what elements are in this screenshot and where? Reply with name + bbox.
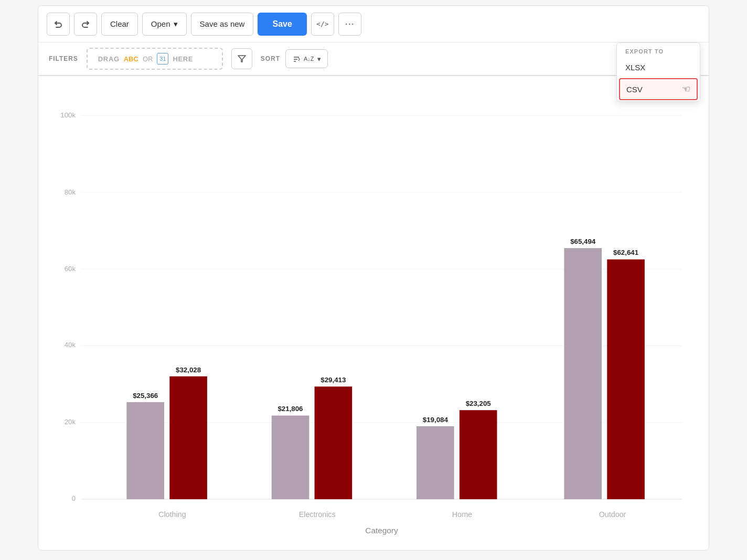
code-button[interactable]: </> — [311, 13, 334, 36]
undo-button[interactable] — [47, 13, 70, 36]
svg-text:Category: Category — [365, 526, 398, 535]
svg-text:Outdoor: Outdoor — [599, 510, 626, 519]
svg-text:$62,641: $62,641 — [613, 249, 639, 256]
chart-svg-container: 0 20k 40k 60k 80k 100k $25,366 $32 — [49, 87, 693, 540]
open-button[interactable]: Open ▾ — [142, 13, 187, 36]
bar-home-series1 — [417, 426, 454, 499]
export-dropdown-header: EXPORT TO — [617, 43, 700, 58]
drag-text-pre: DRAG — [98, 55, 120, 63]
cursor-hand-icon: ☜ — [682, 83, 690, 95]
more-options-button[interactable]: ··· — [338, 13, 361, 36]
bar-outdoor-series1 — [564, 248, 602, 499]
bar-home-series2 — [460, 410, 497, 499]
export-csv-item[interactable]: CSV ☜ — [619, 78, 698, 100]
toolbar: Clear Open ▾ Save as new Save </> ··· — [38, 6, 709, 42]
svg-text:$23,205: $23,205 — [466, 400, 492, 407]
svg-text:$65,494: $65,494 — [570, 238, 596, 245]
svg-text:$29,413: $29,413 — [321, 376, 346, 384]
clear-button[interactable]: Clear — [101, 13, 138, 36]
export-xlsx-item[interactable]: XLSX — [617, 58, 700, 77]
sort-area: SORT A↓Z ▾ — [261, 49, 328, 68]
here-text: HERE — [173, 55, 193, 63]
svg-text:$21,806: $21,806 — [278, 405, 303, 413]
svg-text:40k: 40k — [65, 341, 76, 349]
filters-bar: FILTERS DRAG ABC OR 31 HERE SORT A↓Z — [38, 42, 709, 76]
svg-text:20k: 20k — [65, 418, 76, 426]
sort-order-icon: A↓Z — [304, 56, 314, 62]
bar-outdoor-series2 — [607, 260, 645, 499]
sort-chevron-icon: ▾ — [317, 55, 321, 63]
bar-electronics-series2 — [315, 386, 353, 499]
or-text: OR — [143, 55, 153, 63]
bar-clothing-series1 — [126, 402, 164, 499]
svg-text:100k: 100k — [60, 112, 76, 120]
svg-text:0: 0 — [72, 494, 76, 502]
export-dropdown: EXPORT TO XLSX CSV ☜ — [616, 42, 700, 102]
svg-text:$19,084: $19,084 — [423, 416, 449, 424]
svg-text:Clothing: Clothing — [158, 510, 186, 519]
filters-label: FILTERS — [49, 55, 78, 62]
chevron-down-icon: ▾ — [174, 19, 178, 29]
sort-label: SORT — [261, 55, 280, 62]
save-button[interactable]: Save — [258, 13, 306, 36]
drag-drop-area[interactable]: DRAG ABC OR 31 HERE — [87, 48, 223, 70]
svg-text:80k: 80k — [65, 188, 76, 196]
svg-text:60k: 60k — [65, 265, 76, 273]
svg-text:$32,028: $32,028 — [176, 366, 201, 374]
svg-marker-0 — [238, 56, 246, 62]
main-container: Clear Open ▾ Save as new Save </> ··· FI… — [38, 5, 709, 551]
bar-electronics-series1 — [272, 415, 310, 499]
bar-chart: 0 20k 40k 60k 80k 100k $25,366 $32 — [49, 87, 693, 540]
calendar-icon: 31 — [157, 53, 168, 64]
sort-button[interactable]: A↓Z ▾ — [285, 49, 328, 68]
save-as-new-button[interactable]: Save as new — [191, 13, 254, 36]
more-icon: ··· — [345, 18, 355, 29]
svg-text:$25,366: $25,366 — [133, 392, 158, 400]
svg-text:Electronics: Electronics — [299, 510, 336, 519]
svg-text:Home: Home — [452, 510, 472, 519]
redo-button[interactable] — [74, 13, 97, 36]
filter-icon-button[interactable] — [231, 48, 252, 69]
code-icon: </> — [316, 20, 328, 28]
chart-area: 0 20k 40k 60k 80k 100k $25,366 $32 — [38, 76, 709, 550]
abc-badge: ABC — [124, 55, 138, 63]
bar-clothing-series2 — [169, 376, 207, 499]
